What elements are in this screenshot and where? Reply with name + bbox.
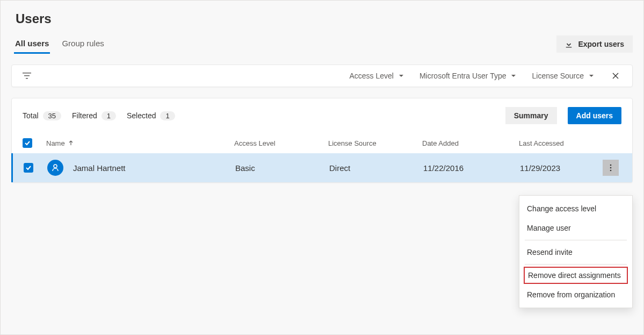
export-users-button[interactable]: Export users — [556, 35, 633, 53]
select-all-checkbox[interactable] — [23, 138, 32, 148]
tabs: All users Group rules — [14, 34, 105, 54]
page-title: Users — [11, 11, 633, 26]
more-actions-button[interactable] — [603, 160, 619, 176]
table-row[interactable]: Jamal Hartnett Basic Direct 11/22/2016 1… — [11, 153, 632, 182]
stat-total-count: 35 — [43, 111, 61, 120]
filter-access-level[interactable]: Access Level — [349, 72, 404, 80]
stat-filtered: Filtered 1 — [72, 111, 116, 120]
add-users-button[interactable]: Add users — [568, 107, 621, 124]
cell-access-level: Basic — [235, 163, 329, 173]
filter-license-source[interactable]: License Source — [532, 72, 595, 80]
column-header-added[interactable]: Date Added — [422, 139, 519, 147]
svg-point-2 — [610, 167, 612, 169]
menu-change-access[interactable]: Change access level — [519, 199, 632, 218]
column-header-access[interactable]: Access Level — [234, 139, 328, 147]
user-name: Jamal Hartnett — [73, 163, 126, 173]
column-header-accessed[interactable]: Last Accessed — [519, 139, 600, 147]
stat-filtered-label: Filtered — [72, 111, 97, 120]
filter-license-source-label: License Source — [532, 72, 584, 80]
tab-row: All users Group rules Export users — [11, 34, 633, 54]
export-label: Export users — [578, 40, 624, 48]
tab-all-users[interactable]: All users — [14, 34, 50, 54]
svg-point-0 — [54, 165, 57, 168]
cell-date-added: 11/22/2016 — [423, 163, 520, 173]
chevron-down-icon — [398, 73, 404, 79]
summary-button[interactable]: Summary — [505, 107, 557, 124]
filter-bar: Access Level Microsoft Entra User Type L… — [11, 65, 633, 87]
stats-row: Total 35 Filtered 1 Selected 1 Summary A… — [12, 98, 632, 133]
chevron-down-icon — [588, 73, 595, 79]
filter-entra-type[interactable]: Microsoft Entra User Type — [419, 72, 517, 80]
filter-access-level-label: Access Level — [349, 72, 393, 80]
sort-up-icon — [68, 140, 74, 146]
stat-selected-count: 1 — [160, 111, 175, 120]
svg-point-1 — [610, 165, 612, 166]
menu-manage-user[interactable]: Manage user — [519, 218, 632, 238]
stat-selected: Selected 1 — [127, 111, 175, 120]
svg-point-3 — [610, 170, 612, 172]
download-icon — [565, 40, 573, 48]
row-checkbox[interactable] — [24, 163, 33, 173]
menu-remove-direct[interactable]: Remove direct assignments — [524, 267, 628, 284]
context-menu: Change access level Manage user Resend i… — [519, 195, 633, 308]
table-header: Name Access Level License Source Date Ad… — [12, 133, 632, 153]
chevron-down-icon — [510, 73, 517, 79]
users-page: Users All users Group rules Export users… — [0, 0, 644, 335]
filter-entra-type-label: Microsoft Entra User Type — [419, 72, 506, 80]
stat-total: Total 35 — [23, 111, 61, 120]
menu-separator — [525, 264, 627, 265]
column-header-source[interactable]: License Source — [328, 139, 422, 147]
cell-last-accessed: 11/29/2023 — [520, 163, 600, 173]
users-table-card: Total 35 Filtered 1 Selected 1 Summary A… — [11, 98, 633, 183]
cell-license-source: Direct — [329, 163, 423, 173]
menu-separator — [525, 240, 627, 240]
menu-remove-org[interactable]: Remove from organization — [519, 285, 632, 304]
avatar — [47, 160, 63, 176]
tab-group-rules[interactable]: Group rules — [61, 34, 105, 54]
close-icon[interactable] — [610, 72, 621, 80]
stat-selected-label: Selected — [127, 111, 156, 120]
stat-filtered-count: 1 — [102, 111, 116, 120]
column-header-name[interactable]: Name — [46, 139, 234, 147]
stat-total-label: Total — [23, 111, 39, 120]
menu-resend-invite[interactable]: Resend invite — [519, 243, 632, 262]
filter-icon[interactable] — [23, 72, 31, 80]
